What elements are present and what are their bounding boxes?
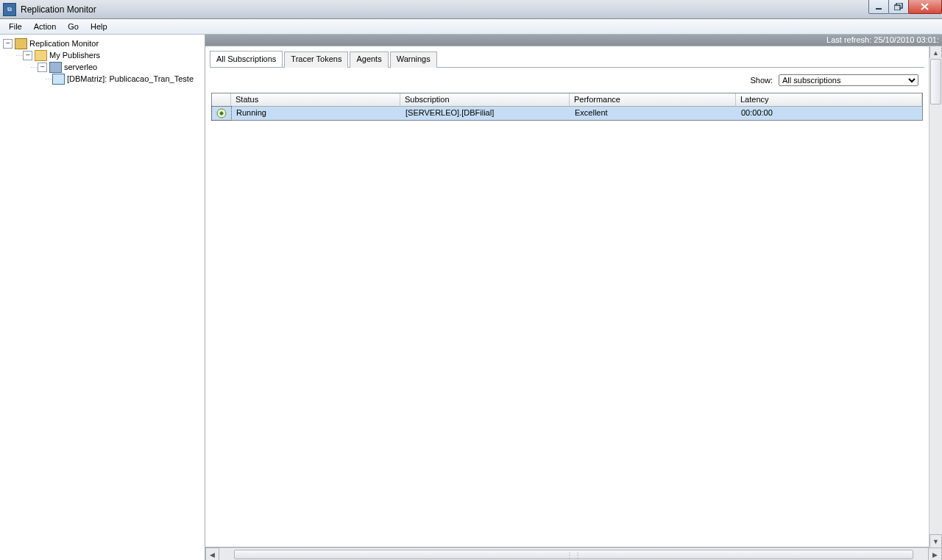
tree-server[interactable]: ⋯ − serverleo <box>0 61 205 73</box>
restore-icon <box>894 3 903 10</box>
scroll-thumb[interactable] <box>930 59 941 104</box>
tree-server-label: serverleo <box>64 63 97 71</box>
tab-strip: All Subscriptions Tracer Tokens Agents W… <box>210 51 924 68</box>
menu-help[interactable]: Help <box>85 21 113 32</box>
tree-connector: ⋯ <box>15 52 22 60</box>
close-icon <box>921 3 929 10</box>
refresh-status: Last refresh: 25/10/2010 03:01: <box>205 35 942 46</box>
header-latency[interactable]: Latency <box>736 93 922 107</box>
header-subscription[interactable]: Subscription <box>400 93 570 107</box>
menu-go[interactable]: Go <box>62 21 85 32</box>
show-label: Show: <box>750 76 773 85</box>
menu-action[interactable]: Action <box>28 21 63 32</box>
scroll-down-icon[interactable]: ▼ <box>929 534 942 548</box>
minimize-icon <box>875 3 882 10</box>
grid-empty-area <box>210 121 924 547</box>
svg-rect-2 <box>894 5 900 10</box>
publication-icon <box>52 74 65 85</box>
scroll-thumb[interactable]: ⋮⋮ <box>234 550 913 559</box>
grip-icon: ⋮⋮ <box>566 550 582 559</box>
scroll-right-icon[interactable]: ▶ <box>928 547 942 560</box>
table-row[interactable]: Running [SERVERLEO].[DBFilial] Excellent… <box>212 107 922 120</box>
header-performance[interactable]: Performance <box>570 93 736 107</box>
tree-root-label: Replication Monitor <box>29 39 99 48</box>
menu-file[interactable]: File <box>3 21 28 32</box>
tab-tracer-tokens[interactable]: Tracer Tokens <box>284 52 348 68</box>
cell-status: Running <box>232 107 401 120</box>
header-status[interactable]: Status <box>231 93 400 107</box>
scroll-track[interactable] <box>929 58 942 536</box>
horizontal-scrollbar[interactable]: ◀ ⋮⋮ ▶ <box>205 547 942 560</box>
tree-connector: ⋯ <box>30 63 37 71</box>
header-icon-col[interactable] <box>212 93 231 107</box>
scroll-track[interactable]: ⋮⋮ <box>219 549 928 560</box>
filter-row: Show: All subscriptions <box>210 68 924 93</box>
cell-subscription: [SERVERLEO].[DBFilial] <box>401 107 570 120</box>
server-icon <box>49 62 62 73</box>
window-title: Replication Monitor <box>21 4 96 15</box>
cell-latency: 00:00:00 <box>737 107 922 120</box>
tree-root[interactable]: − Replication Monitor <box>0 38 205 49</box>
running-icon <box>216 108 227 118</box>
maximize-button[interactable] <box>888 0 909 14</box>
app-icon: ⧉ <box>3 3 16 16</box>
vertical-scrollbar[interactable]: ▲ ▼ <box>929 46 942 548</box>
title-bar: ⧉ Replication Monitor <box>0 0 942 19</box>
folder-icon <box>35 50 47 61</box>
close-button[interactable] <box>908 0 942 14</box>
row-status-icon <box>211 106 232 121</box>
subscriptions-grid: Status Subscription Performance Latency … <box>211 93 923 121</box>
collapse-icon[interactable]: − <box>23 51 32 60</box>
tree-publication-label: [DBMatriz]: Publicacao_Tran_Teste <box>67 74 194 83</box>
monitor-icon <box>15 38 27 49</box>
collapse-icon[interactable]: − <box>3 39 13 49</box>
tab-warnings[interactable]: Warnings <box>390 52 437 68</box>
tree-pane: − Replication Monitor ⋯ − My Publishers … <box>0 35 205 560</box>
tree-publishers-label: My Publishers <box>49 51 100 60</box>
tab-agents[interactable]: Agents <box>350 52 388 68</box>
tree-connector: ⋯ <box>45 75 52 83</box>
scroll-left-icon[interactable]: ◀ <box>205 547 219 560</box>
tree-publishers[interactable]: ⋯ − My Publishers <box>0 49 205 61</box>
show-select[interactable]: All subscriptions <box>779 74 918 86</box>
collapse-icon[interactable]: − <box>38 63 47 72</box>
tree-publication[interactable]: ⋯ [DBMatriz]: Publicacao_Tran_Teste <box>0 73 205 85</box>
menu-bar: File Action Go Help <box>0 19 942 35</box>
tab-all-subscriptions[interactable]: All Subscriptions <box>210 51 283 67</box>
content-pane: Last refresh: 25/10/2010 03:01: All Subs… <box>205 35 942 560</box>
grid-header: Status Subscription Performance Latency <box>212 93 922 107</box>
cell-performance: Excellent <box>570 107 737 120</box>
minimize-button[interactable] <box>868 0 889 14</box>
svg-rect-0 <box>876 8 882 10</box>
